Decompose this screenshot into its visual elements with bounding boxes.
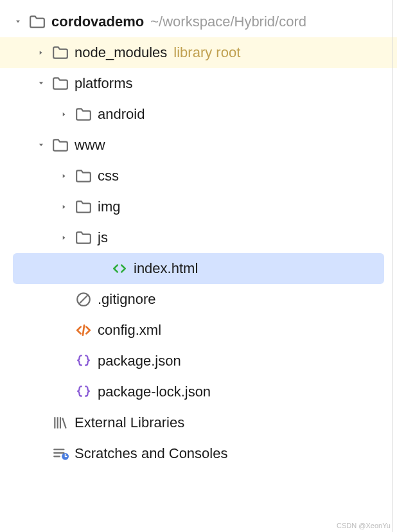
tree-item-label: js (98, 229, 108, 246)
project-tree[interactable]: cordovademo ~/workspace/Hybrid/cord node… (0, 0, 397, 469)
tree-item-label: Scratches and Consoles (75, 445, 227, 462)
xml-file-icon (75, 321, 93, 339)
folder-icon (28, 13, 46, 31)
project-path: ~/workspace/Hybrid/cord (150, 13, 306, 30)
tree-item-index-html[interactable]: index.html (13, 253, 384, 284)
tree-item-node-modules[interactable]: node_modules library root (0, 37, 397, 68)
tree-item-config-xml[interactable]: config.xml (0, 315, 397, 346)
tree-item-package-lock[interactable]: package-lock.json (0, 377, 397, 407)
json-file-icon (75, 352, 93, 370)
tree-item-gitignore[interactable]: .gitignore (0, 284, 397, 315)
chevron-right-icon[interactable] (59, 171, 69, 181)
chevron-down-icon[interactable] (36, 140, 46, 150)
tree-item-www[interactable]: www (0, 130, 397, 161)
tree-item-label: node_modules (75, 44, 167, 61)
tree-item-label: platforms (75, 75, 132, 92)
library-root-label: library root (173, 44, 240, 61)
folder-icon (75, 167, 93, 185)
watermark: CSDN @XeonYu (337, 522, 391, 529)
tree-item-label: www (75, 137, 105, 154)
tree-item-label: index.html (134, 260, 198, 277)
scratches-icon (51, 445, 69, 463)
folder-icon (75, 198, 93, 216)
folder-icon (51, 75, 69, 93)
tree-item-label: External Libraries (75, 414, 184, 431)
folder-icon (75, 229, 93, 247)
tree-item-label: .gitignore (98, 291, 156, 308)
ignore-file-icon (75, 290, 93, 308)
tree-item-label: config.xml (98, 322, 161, 339)
tree-item-label: android (98, 106, 145, 123)
tree-item-img[interactable]: img (0, 191, 397, 222)
chevron-right-icon[interactable] (59, 109, 69, 120)
tree-item-label: cordovademo (51, 13, 144, 30)
panel-divider[interactable] (393, 0, 394, 532)
json-file-icon (75, 383, 93, 401)
chevron-right-icon[interactable] (59, 202, 69, 212)
chevron-right-icon[interactable] (36, 48, 46, 58)
tree-item-platforms[interactable]: platforms (0, 68, 397, 99)
tree-item-js[interactable]: js (0, 222, 397, 253)
tree-item-package-json[interactable]: package.json (0, 346, 397, 377)
tree-item-root[interactable]: cordovademo ~/workspace/Hybrid/cord (0, 6, 397, 37)
tree-item-external-libraries[interactable]: External Libraries (0, 407, 397, 438)
chevron-down-icon[interactable] (36, 78, 46, 89)
tree-item-android[interactable]: android (0, 99, 397, 130)
chevron-down-icon[interactable] (13, 17, 23, 27)
folder-icon (75, 105, 93, 123)
html-file-icon (110, 260, 128, 278)
folder-icon (51, 44, 69, 62)
tree-item-scratches[interactable]: Scratches and Consoles (0, 438, 397, 469)
tree-item-css[interactable]: css (0, 161, 397, 191)
folder-icon (51, 136, 69, 154)
chevron-right-icon[interactable] (59, 233, 69, 243)
library-icon (51, 414, 69, 432)
tree-item-label: package.json (98, 353, 181, 369)
tree-item-label: css (98, 168, 119, 184)
tree-item-label: package-lock.json (98, 384, 211, 400)
tree-item-label: img (98, 199, 120, 215)
